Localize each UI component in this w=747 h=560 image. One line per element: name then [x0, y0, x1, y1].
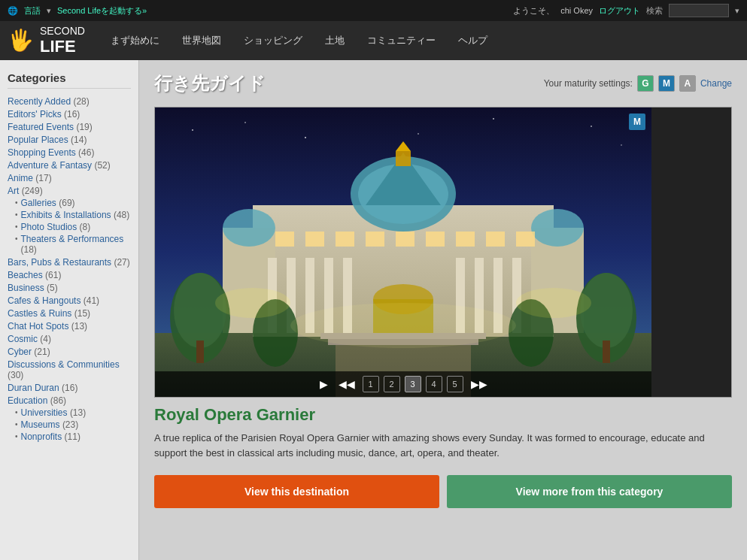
nav-link-land[interactable]: 土地 — [314, 29, 355, 52]
sidebar-item-cosmic[interactable]: Cosmic (4) — [8, 334, 131, 344]
svg-rect-33 — [396, 232, 414, 247]
list-item: Editors' Picks (16) — [8, 109, 131, 120]
nav-link-shop[interactable]: ショッピング — [233, 29, 313, 52]
list-item: Featured Events (19) — [8, 122, 131, 132]
list-item: Castles & Ruins (15) — [8, 308, 131, 319]
sidebar-categories-list: Recently Added (28) Editors' Picks (16) … — [8, 96, 131, 442]
list-item: Universities (13) — [15, 407, 131, 418]
main-content: 行き先ガイド Your maturity settings: G M A Cha… — [139, 60, 747, 560]
language-link[interactable]: 言語 — [24, 5, 41, 17]
sidebar-item-popular-places[interactable]: Popular Places (14) — [8, 135, 131, 145]
sidebar-item-galleries[interactable]: Galleries (69) — [21, 198, 75, 208]
sidebar-item-discussions[interactable]: Discussions & Communities (30) — [8, 359, 131, 380]
svg-point-3 — [305, 137, 306, 138]
sidebar-item-art[interactable]: Art (249) — [8, 186, 131, 196]
slide-number-1[interactable]: 1 — [363, 376, 379, 392]
logo: 🖐 SECOND LIFE — [8, 26, 85, 56]
logo-hand-icon: 🖐 — [8, 28, 34, 53]
sidebar-item-castles-ruins[interactable]: Castles & Ruins (15) — [8, 308, 131, 319]
sidebar-item-universities[interactable]: Universities (13) — [21, 407, 87, 418]
nav-link-start[interactable]: まず始めに — [100, 29, 170, 52]
svg-rect-44 — [196, 341, 204, 363]
logo-text: SECOND LIFE — [40, 26, 85, 56]
sidebar-item-nonprofits[interactable]: Nonprofits (11) — [21, 431, 80, 442]
svg-point-18 — [223, 209, 275, 247]
view-destination-button[interactable]: View this destination — [154, 475, 439, 508]
sidebar-title: Categories — [8, 71, 131, 89]
slide-number-4[interactable]: 4 — [426, 376, 442, 392]
maturity-bar: Your maturity settings: G M A Change — [544, 75, 732, 92]
maturity-change-link[interactable]: Change — [700, 78, 732, 89]
sidebar-item-bars-pubs[interactable]: Bars, Pubs & Restaurants (27) — [8, 257, 131, 268]
list-item: Theaters & Performances (18) — [15, 234, 131, 255]
sidebar-item-cafes-hangouts[interactable]: Cafes & Hangouts (41) — [8, 295, 131, 306]
sidebar-item-theaters[interactable]: Theaters & Performances (18) — [21, 234, 131, 255]
list-item: Photo Studios (8) — [15, 222, 131, 232]
svg-point-43 — [174, 273, 226, 348]
list-item: Duran Duran (16) — [8, 383, 131, 393]
svg-rect-31 — [336, 232, 354, 247]
sidebar-item-business[interactable]: Business (5) — [8, 283, 131, 293]
sidebar-item-editors-picks[interactable]: Editors' Picks (16) — [8, 109, 131, 120]
sidebar-item-adventure-fantasy[interactable]: Adventure & Fantasy (52) — [8, 160, 131, 171]
slide-next-button[interactable]: ▶▶ — [468, 377, 490, 392]
sidebar-item-education[interactable]: Education (86) — [8, 395, 131, 406]
sidebar-item-beaches[interactable]: Beaches (61) — [8, 270, 131, 280]
sidebar-item-exhibits[interactable]: Exhibits & Installations (48) — [21, 210, 130, 220]
list-item: Business (5) — [8, 283, 131, 293]
page-title: 行き先ガイド — [154, 71, 266, 95]
svg-point-2 — [244, 122, 246, 123]
svg-point-7 — [418, 133, 419, 135]
sidebar-item-anime[interactable]: Anime (17) — [8, 173, 131, 183]
list-item: Anime (17) — [8, 173, 131, 183]
action-buttons: View this destination View more from thi… — [154, 475, 732, 508]
svg-rect-34 — [426, 232, 445, 247]
sidebar-item-duran-duran[interactable]: Duran Duran (16) — [8, 383, 131, 393]
list-item: Museums (23) — [15, 419, 131, 430]
slide-number-2[interactable]: 2 — [384, 376, 400, 392]
nav-link-map[interactable]: 世界地図 — [172, 29, 232, 52]
list-item: Recently Added (28) — [8, 96, 131, 107]
page-header: 行き先ガイド Your maturity settings: G M A Cha… — [154, 71, 732, 95]
svg-point-46 — [580, 273, 633, 348]
svg-rect-35 — [456, 232, 475, 247]
slide-play-button[interactable]: ▶ — [317, 377, 331, 392]
main-nav: 🖐 SECOND LIFE まず始めに 世界地図 ショッピング 土地 コミュニテ… — [0, 21, 747, 60]
sidebar-item-chat-hot-spots[interactable]: Chat Hot Spots (13) — [8, 321, 131, 331]
logout-link[interactable]: ログアウト — [599, 5, 640, 17]
svg-point-1 — [192, 129, 193, 131]
sidebar-item-shopping-events[interactable]: Shopping Events (46) — [8, 147, 131, 158]
top-bar: 🌐 言語 ▾ Second Lifeを起動する» ようこそ、 chi Okey … — [0, 0, 747, 21]
sidebar-item-recently-added[interactable]: Recently Added (28) — [8, 96, 131, 107]
opera-svg — [155, 107, 651, 397]
nav-link-help[interactable]: ヘルプ — [448, 29, 498, 52]
svg-point-4 — [591, 126, 592, 127]
list-item: Cafes & Hangouts (41) — [8, 295, 131, 306]
search-input[interactable] — [669, 4, 729, 17]
view-category-button[interactable]: View more from this category — [447, 475, 732, 508]
list-item: Popular Places (14) — [8, 135, 131, 145]
sidebar-item-photo-studios[interactable]: Photo Studios (8) — [21, 222, 91, 232]
content-wrapper: Categories Recently Added (28) Editors' … — [0, 60, 747, 560]
nav-link-community[interactable]: コミュニティー — [357, 29, 446, 52]
maturity-badge-a: A — [679, 75, 696, 92]
list-item: Beaches (61) — [8, 270, 131, 280]
art-sub-list: Galleries (69) Exhibits & Installations … — [15, 198, 131, 255]
slide-number-3[interactable]: 3 — [405, 376, 421, 392]
slide-prev-button[interactable]: ◀◀ — [336, 377, 358, 392]
search-label: 検索 — [646, 5, 663, 17]
image-m-badge: M — [629, 114, 645, 130]
slide-number-5[interactable]: 5 — [447, 376, 463, 392]
list-item: Discussions & Communities (30) — [8, 359, 131, 380]
globe-icon: 🌐 — [8, 6, 18, 16]
svg-point-51 — [215, 288, 290, 318]
svg-rect-32 — [366, 232, 384, 247]
svg-rect-47 — [603, 341, 610, 363]
sidebar-item-featured-events[interactable]: Featured Events (19) — [8, 122, 131, 132]
list-item: Art (249) Galleries (69) Exhibits & Inst… — [8, 186, 131, 255]
sidebar-item-museums[interactable]: Museums (23) — [21, 419, 79, 430]
sidebar-item-cyber[interactable]: Cyber (21) — [8, 347, 131, 357]
destination-image: M ▶ ◀◀ 1 2 3 4 5 ▶▶ — [155, 107, 651, 397]
start-secondlife-link[interactable]: Second Lifeを起動する» — [57, 5, 147, 17]
svg-rect-14 — [396, 151, 411, 166]
